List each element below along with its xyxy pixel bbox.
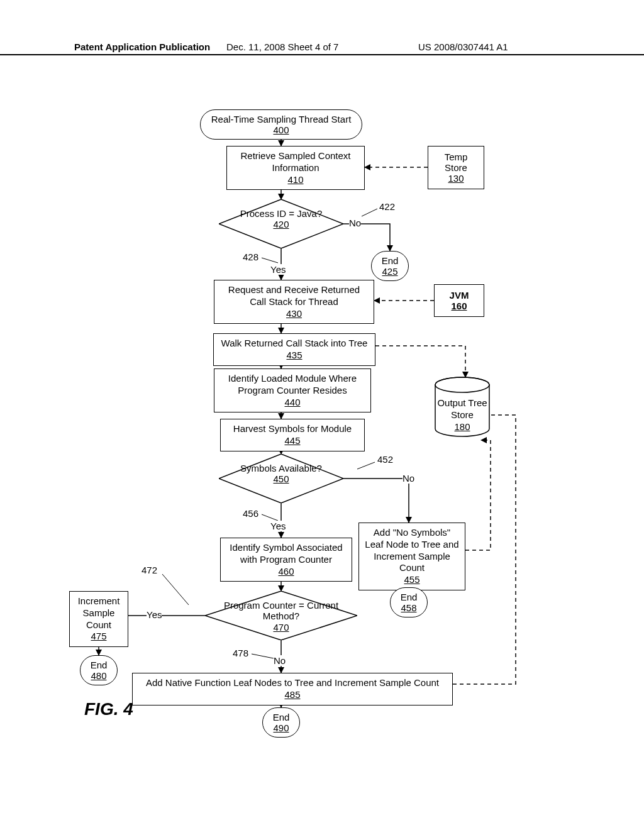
decision-470: Program Counter = Current Method? 470	[205, 591, 357, 640]
n440-text: Identify Loaded Module Where Program Cou…	[228, 373, 357, 396]
ref-422: 422	[379, 201, 395, 212]
e480-ref: 480	[89, 670, 108, 681]
label-yes-428: Yes	[270, 264, 286, 275]
n435-text: Walk Returned Call Stack into Tree	[221, 338, 368, 348]
n445-ref: 445	[226, 435, 359, 447]
label-yes-456: Yes	[270, 521, 286, 531]
process-435: Walk Returned Call Stack into Tree 435	[213, 333, 375, 366]
d470-text: Program Counter = Current Method?	[224, 600, 338, 621]
label-no-478: No	[274, 655, 286, 666]
label-no-422: No	[349, 218, 361, 228]
process-410: Retrieve Sampled Context Information 410	[226, 146, 365, 190]
ots-ref: 180	[428, 421, 497, 433]
n410-ref: 410	[232, 174, 359, 186]
jvm-ref: 160	[441, 301, 477, 311]
process-440: Identify Loaded Module Where Program Cou…	[214, 368, 371, 412]
ref-478: 478	[233, 648, 248, 658]
d450-ref: 450	[219, 473, 343, 484]
header-left: Patent Application Publication	[74, 42, 210, 52]
jvm-text: JVM	[450, 290, 469, 301]
n460-text: Identify Symbol Associated with Program …	[230, 542, 342, 565]
svg-line-16	[262, 514, 278, 521]
page-header: Patent Application Publication Dec. 11, …	[0, 54, 644, 69]
svg-line-19	[252, 654, 277, 659]
e425-text: End	[382, 255, 399, 266]
process-445: Harvest Symbols for Module 445	[220, 419, 365, 451]
svg-line-18	[162, 574, 189, 605]
ots-text: Output Tree Store	[437, 397, 487, 420]
d470-ref: 470	[205, 622, 357, 633]
process-460: Identify Symbol Associated with Program …	[220, 538, 352, 582]
ref-472: 472	[142, 565, 157, 575]
n460-ref: 460	[226, 566, 347, 578]
decision-450: Symbols Available? 450	[219, 454, 343, 503]
label-yes-472: Yes	[147, 609, 162, 620]
datastore-output-tree: Output Tree Store 180	[428, 376, 497, 436]
ref-452: 452	[377, 454, 393, 465]
e480-text: End	[91, 660, 108, 670]
n455-ref: 455	[364, 574, 460, 586]
n485-text: Add Native Function Leaf Nodes to Tree a…	[146, 677, 439, 688]
e458-text: End	[401, 592, 418, 602]
tempstore-ref: 130	[435, 173, 477, 184]
n430-text: Request and Receive Returned Call Stack …	[228, 284, 360, 307]
n475-text: Increment Sample Count	[78, 595, 120, 630]
n440-ref: 440	[219, 397, 365, 409]
terminator-start: Real-Time Sampling Thread Start 400	[200, 109, 362, 140]
start-text: Real-Time Sampling Thread Start	[211, 114, 352, 124]
store-temp: Temp Store 130	[428, 146, 484, 189]
terminator-end-458: End 458	[390, 587, 428, 617]
tempstore-text: Temp Store	[445, 152, 468, 173]
e490-text: End	[273, 712, 290, 722]
terminator-end-425: End 425	[371, 251, 409, 281]
n475-ref: 475	[75, 631, 123, 643]
label-no-452: No	[402, 473, 414, 484]
e490-ref: 490	[272, 722, 291, 733]
figure-label: FIG. 4	[84, 699, 133, 719]
ref-428: 428	[243, 252, 258, 262]
d420-ref: 420	[219, 219, 343, 230]
svg-line-11	[362, 209, 377, 216]
process-485: Add Native Function Leaf Nodes to Tree a…	[132, 673, 453, 706]
svg-line-12	[262, 258, 278, 263]
terminator-end-490: End 490	[262, 707, 300, 738]
process-455: Add "No Symbols" Leaf Node to Tree and I…	[358, 523, 465, 590]
n485-ref: 485	[138, 689, 447, 701]
process-430: Request and Receive Returned Call Stack …	[214, 280, 374, 324]
n445-text: Harvest Symbols for Module	[233, 423, 352, 434]
terminator-end-480: End 480	[80, 655, 118, 685]
e458-ref: 458	[399, 602, 418, 613]
n430-ref: 430	[219, 308, 369, 320]
n435-ref: 435	[219, 350, 370, 362]
ref-456: 456	[243, 508, 258, 519]
decision-420: Process ID = Java? 420	[219, 199, 343, 248]
e425-ref: 425	[380, 266, 399, 277]
header-mid: Dec. 11, 2008 Sheet 4 of 7	[226, 42, 338, 52]
start-ref: 400	[209, 124, 353, 135]
store-jvm: JVM 160	[434, 284, 484, 317]
n410-text: Retrieve Sampled Context Information	[240, 150, 350, 173]
svg-line-15	[357, 462, 375, 469]
n455-text: Add "No Symbols" Leaf Node to Tree and I…	[365, 527, 458, 573]
d420-text: Process ID = Java?	[240, 208, 322, 219]
d450-text: Symbols Available?	[240, 463, 322, 473]
header-right: US 2008/0307441 A1	[418, 42, 508, 52]
process-475: Increment Sample Count 475	[69, 591, 128, 647]
